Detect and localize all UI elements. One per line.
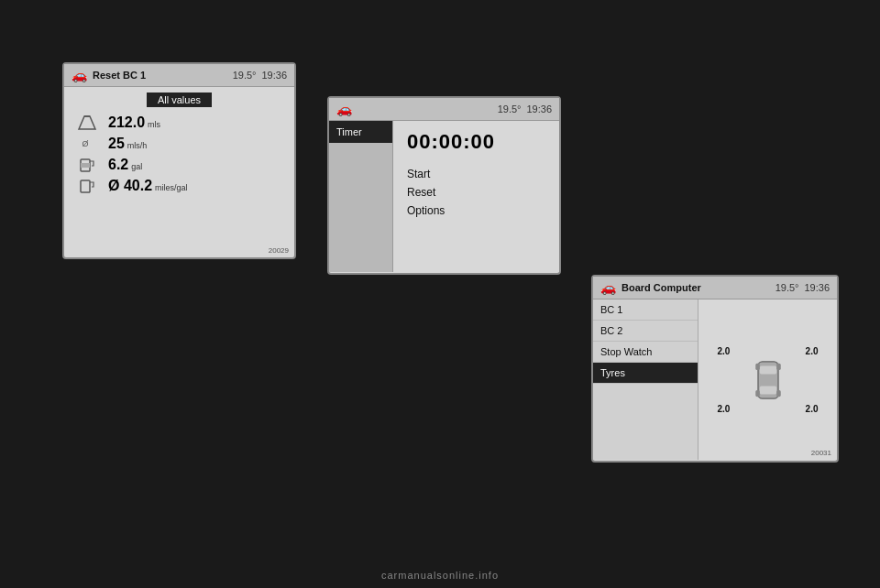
all-values-button[interactable]: All values bbox=[147, 93, 212, 107]
screen1-header: 🚗 Reset BC 1 19.5° 19:36 bbox=[64, 64, 294, 87]
timer-sidebar-item[interactable]: Timer bbox=[329, 121, 392, 143]
avg-fuel-icon bbox=[73, 178, 101, 194]
timer-sidebar: Timer bbox=[329, 121, 393, 272]
avg-fuel-row: Ø 40.2 miles/gal bbox=[73, 178, 285, 194]
screen1-time: 19:36 bbox=[261, 70, 287, 81]
svg-rect-2 bbox=[81, 163, 90, 168]
tyre-front-left: 2.0 bbox=[718, 346, 731, 356]
timer-main: 00:00:00 Start Reset Options bbox=[393, 121, 559, 272]
watermark: carmanualsonline.info bbox=[0, 570, 880, 581]
distance-unit: mls bbox=[148, 120, 160, 129]
bc2-menu-item[interactable]: BC 2 bbox=[593, 321, 698, 342]
tyre-panel: 2.0 2.0 2.0 2.0 20031 bbox=[698, 299, 837, 460]
tyre-diagram: 2.0 2.0 2.0 2.0 bbox=[718, 339, 819, 421]
svg-rect-7 bbox=[755, 363, 760, 369]
speed-unit: mls/h bbox=[127, 141, 148, 150]
screen3-code: 20031 bbox=[811, 449, 831, 457]
car-icon-s2: 🚗 bbox=[336, 102, 352, 116]
bc1-menu-item[interactable]: BC 1 bbox=[593, 299, 698, 321]
screen-board-computer: 🚗 Board Computer 19.5° 19:36 BC 1 BC 2 S… bbox=[591, 275, 839, 463]
svg-rect-3 bbox=[81, 180, 90, 192]
car-body-icon bbox=[750, 354, 786, 405]
screen2-temp: 19.5° bbox=[498, 103, 522, 114]
screen3-temp: 19.5° bbox=[776, 282, 799, 293]
screen1-body: All values 212.0 mls Ø 25 mls/h bbox=[64, 87, 294, 204]
car-icon-s3: 🚗 bbox=[600, 280, 616, 295]
board-computer-menu: BC 1 BC 2 Stop Watch Tyres bbox=[593, 299, 698, 460]
timer-reset[interactable]: Reset bbox=[407, 185, 545, 200]
stopwatch-menu-item[interactable]: Stop Watch bbox=[593, 342, 698, 363]
screen-timer: 🚗 19.5° 19:36 Timer 00:00:00 Start Reset… bbox=[327, 96, 561, 275]
tyre-front-right: 2.0 bbox=[806, 346, 819, 356]
screen2-body: Timer 00:00:00 Start Reset Options bbox=[329, 121, 559, 272]
screen1-title: Reset BC 1 bbox=[93, 70, 233, 81]
svg-rect-10 bbox=[776, 390, 781, 397]
screen1-temp: 19.5° bbox=[233, 70, 257, 81]
tyre-rear-left: 2.0 bbox=[718, 404, 731, 414]
distance-row: 212.0 mls bbox=[73, 114, 285, 131]
screen2-header: 🚗 19.5° 19:36 bbox=[329, 98, 559, 121]
screen3-header: 🚗 Board Computer 19.5° 19:36 bbox=[593, 277, 837, 299]
car-icon-s1: 🚗 bbox=[72, 68, 87, 82]
avg-fuel-value: Ø 40.2 bbox=[108, 178, 152, 194]
svg-rect-8 bbox=[776, 363, 781, 369]
fuel-unit: gal bbox=[131, 162, 142, 171]
svg-rect-9 bbox=[755, 390, 760, 397]
screen3-time: 19:36 bbox=[804, 282, 830, 293]
screen3-body: BC 1 BC 2 Stop Watch Tyres 2.0 2.0 2. bbox=[593, 299, 837, 460]
fuel-icon bbox=[73, 157, 101, 173]
screen1-code: 20029 bbox=[269, 246, 289, 255]
road-icon bbox=[73, 114, 101, 131]
screen3-title: Board Computer bbox=[622, 282, 776, 293]
timer-options[interactable]: Options bbox=[407, 203, 545, 218]
avg-fuel-unit: miles/gal bbox=[155, 183, 188, 192]
fuel-value: 6.2 bbox=[108, 157, 128, 173]
speed-value: 25 bbox=[108, 136, 125, 152]
distance-value: 212.0 bbox=[108, 114, 145, 131]
fuel-row: 6.2 gal bbox=[73, 157, 285, 173]
timer-display: 00:00:00 bbox=[407, 130, 545, 154]
tyres-menu-item[interactable]: Tyres bbox=[593, 363, 698, 384]
speed-row: Ø 25 mls/h bbox=[73, 136, 285, 152]
speed-icon: Ø bbox=[73, 139, 101, 148]
screen-reset-bc: 🚗 Reset BC 1 19.5° 19:36 All values 212.… bbox=[62, 62, 296, 259]
timer-start[interactable]: Start bbox=[407, 167, 545, 181]
svg-rect-5 bbox=[759, 365, 776, 374]
tyre-rear-right: 2.0 bbox=[806, 404, 819, 414]
svg-rect-6 bbox=[759, 386, 776, 394]
screen2-time: 19:36 bbox=[526, 103, 552, 114]
